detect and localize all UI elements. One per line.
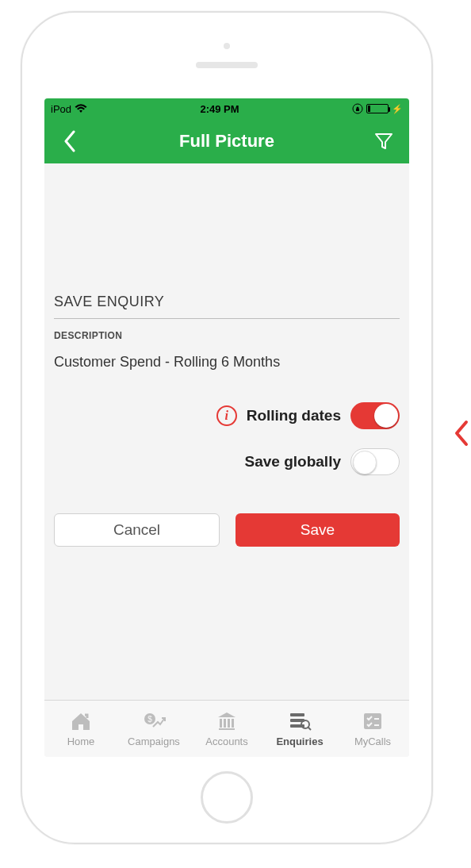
page-title: Full Picture [179,131,274,152]
svg-text:$: $ [147,715,152,724]
tab-mycalls[interactable]: MyCalls [336,701,409,757]
camera-dot [224,43,230,49]
tab-enquiries[interactable]: Enquiries [263,701,336,757]
enquiries-icon [288,711,312,734]
info-icon[interactable]: i [216,405,237,426]
campaigns-icon: $ [142,711,166,734]
rolling-dates-toggle[interactable] [350,402,400,429]
tab-label: MyCalls [354,735,391,747]
rolling-dates-label: Rolling dates [247,407,341,424]
status-bar: iPod 2:49 PM ⚡ [44,98,409,119]
accounts-icon [215,711,239,734]
svg-rect-5 [224,719,226,728]
device-label: iPod [51,103,71,115]
save-enquiry-panel: SAVE ENQUIRY DESCRIPTION Customer Spend … [54,294,400,547]
tab-accounts[interactable]: Accounts [190,701,263,757]
filter-button[interactable] [373,130,395,152]
mycalls-icon [361,711,385,734]
tab-label: Home [67,735,95,747]
save-globally-toggle[interactable] [350,448,400,475]
screen: iPod 2:49 PM ⚡ Full Picture [44,98,409,757]
save-button[interactable]: Save [236,513,400,547]
home-icon [69,711,93,734]
save-globally-row: Save globally [54,448,400,475]
svg-rect-7 [232,719,234,728]
tab-home[interactable]: Home [44,701,117,757]
wifi-icon [75,104,87,113]
back-button[interactable] [59,130,81,152]
tab-bar: Home $ Campaigns Accounts Enquiries [44,700,409,757]
tab-label: Accounts [205,735,247,747]
speaker-grille [196,62,258,68]
phone-frame: iPod 2:49 PM ⚡ Full Picture [21,11,433,844]
nav-header: Full Picture [44,119,409,163]
save-globally-label: Save globally [245,453,341,470]
cancel-button[interactable]: Cancel [54,513,220,547]
svg-rect-6 [228,719,230,728]
tab-campaigns[interactable]: $ Campaigns [117,701,190,757]
svg-line-12 [308,727,311,730]
content-area: SAVE ENQUIRY DESCRIPTION Customer Spend … [44,163,409,700]
svg-rect-3 [219,728,235,730]
home-button[interactable] [201,771,253,824]
description-label: DESCRIPTION [54,330,400,341]
svg-rect-13 [364,713,381,729]
tab-label: Campaigns [128,735,180,747]
clock: 2:49 PM [200,103,239,115]
description-field[interactable]: Customer Spend - Rolling 6 Months [54,354,400,371]
external-chevron-left-icon[interactable] [452,419,469,451]
svg-rect-8 [290,713,304,716]
panel-heading: SAVE ENQUIRY [54,294,400,319]
rolling-dates-row: i Rolling dates [54,402,400,429]
tab-label: Enquiries [276,735,323,747]
charging-icon: ⚡ [392,104,403,114]
svg-rect-4 [220,719,222,728]
orientation-lock-icon [352,103,363,114]
button-row: Cancel Save [54,513,400,547]
battery-icon [366,104,389,113]
